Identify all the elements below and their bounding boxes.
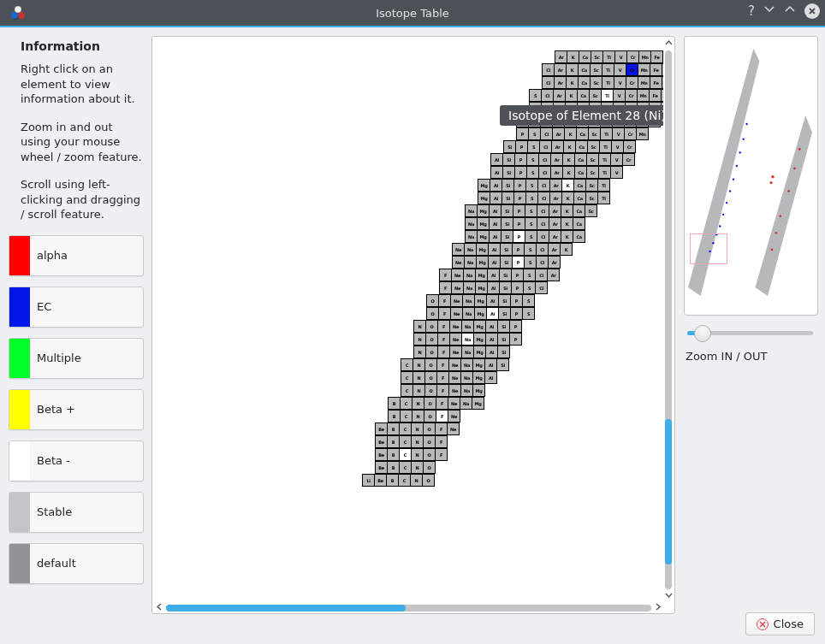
- isotope-cell-Ne[interactable]: Ne: [452, 256, 465, 269]
- isotope-cell-P[interactable]: P: [509, 333, 522, 346]
- isotope-cell-N[interactable]: N: [411, 435, 424, 448]
- isotope-cell-C[interactable]: C: [398, 474, 411, 487]
- isotope-cell-Cl[interactable]: Cl: [537, 179, 550, 192]
- isotope-cell-Cl[interactable]: Cl: [537, 217, 549, 230]
- isotope-cell-C[interactable]: C: [401, 384, 413, 397]
- isotope-cell-V[interactable]: V: [611, 140, 624, 153]
- isotope-cell-N[interactable]: N: [411, 461, 424, 474]
- isotope-cell-O[interactable]: O: [426, 294, 439, 307]
- isotope-cell-B[interactable]: B: [388, 397, 401, 410]
- isotope-cell-Mn[interactable]: Mn: [637, 89, 650, 102]
- isotope-cell-Ca[interactable]: Ca: [573, 230, 585, 243]
- isotope-cell-Cr[interactable]: Cr: [625, 89, 638, 102]
- isotope-cell-P[interactable]: P: [513, 217, 525, 230]
- isotope-cell-Mg[interactable]: Mg: [473, 333, 486, 346]
- isotope-cell-Ar[interactable]: Ar: [548, 256, 561, 269]
- isotope-cell-Sc[interactable]: Sc: [585, 204, 597, 217]
- isotope-cell-C[interactable]: C: [401, 371, 413, 384]
- isotope-cell-Ca[interactable]: Ca: [574, 153, 587, 166]
- isotope-cell-Ar[interactable]: Ar: [549, 192, 562, 204]
- isotope-cell-F[interactable]: F: [435, 422, 448, 435]
- isotope-cell-Ar[interactable]: Ar: [548, 243, 561, 256]
- isotope-cell-V[interactable]: V: [614, 76, 626, 89]
- isotope-cell-S[interactable]: S: [523, 269, 536, 281]
- isotope-cell-C[interactable]: C: [401, 358, 413, 371]
- isotope-cell-Na[interactable]: Na: [461, 333, 474, 346]
- isotope-cell-Ne[interactable]: Ne: [449, 346, 462, 358]
- isotope-cell-Al[interactable]: Al: [490, 166, 503, 179]
- zoom-slider[interactable]: [687, 324, 813, 341]
- isotope-cell-O[interactable]: O: [424, 384, 437, 397]
- isotope-cell-Ti[interactable]: Ti: [602, 76, 614, 89]
- isotope-cell-F[interactable]: F: [438, 307, 451, 320]
- isotope-cell-Ne[interactable]: Ne: [448, 410, 460, 422]
- isotope-cell-S[interactable]: S: [527, 140, 540, 153]
- isotope-cell-Si[interactable]: Si: [497, 333, 510, 346]
- isotope-cell-C[interactable]: C: [399, 448, 412, 461]
- isotope-cell-K[interactable]: K: [563, 140, 576, 153]
- isotope-cell-N[interactable]: N: [410, 474, 423, 487]
- isotope-cell-N[interactable]: N: [413, 320, 426, 333]
- isotope-cell-Al[interactable]: Al: [489, 204, 502, 217]
- isotope-cell-Mg[interactable]: Mg: [472, 384, 485, 397]
- isotope-cell-V[interactable]: V: [612, 127, 625, 140]
- isotope-cell-Ar[interactable]: Ar: [550, 153, 563, 166]
- isotope-cell-S[interactable]: S: [522, 294, 535, 307]
- legend-multiple[interactable]: Multiple: [9, 338, 144, 379]
- isotope-cell-Mg[interactable]: Mg: [477, 204, 490, 217]
- isotope-cell-Mn[interactable]: Mn: [638, 50, 651, 63]
- isotope-cell-N[interactable]: N: [412, 410, 424, 422]
- isotope-cell-Si[interactable]: Si: [500, 243, 513, 256]
- isotope-cell-O[interactable]: O: [423, 461, 436, 474]
- isotope-cell-Be[interactable]: Be: [375, 448, 388, 461]
- isotope-cell-Cl[interactable]: Cl: [537, 192, 550, 204]
- isotope-cell-P[interactable]: P: [513, 230, 525, 243]
- isotope-cell-Si[interactable]: Si: [502, 192, 514, 204]
- isotope-cell-Fe[interactable]: Fe: [650, 76, 662, 89]
- isotope-cell-Ne[interactable]: Ne: [450, 307, 463, 320]
- isotope-cell-S[interactable]: S: [523, 281, 536, 294]
- isotope-cell-Cr[interactable]: Cr: [626, 76, 638, 89]
- isotope-cell-Ti[interactable]: Ti: [597, 179, 610, 192]
- isotope-cell-F[interactable]: F: [438, 294, 451, 307]
- isotope-cell-O[interactable]: O: [424, 397, 436, 410]
- isotope-cell-Mg[interactable]: Mg: [472, 397, 484, 410]
- isotope-cell-Al[interactable]: Al: [490, 179, 502, 192]
- maximize-icon[interactable]: [784, 3, 796, 19]
- close-button[interactable]: Close: [745, 612, 815, 635]
- isotope-cell-Al[interactable]: Al: [490, 153, 503, 166]
- isotope-cell-Ti[interactable]: Ti: [602, 50, 615, 63]
- isotope-cell-N[interactable]: N: [412, 397, 424, 410]
- isotope-cell-Mn[interactable]: Mn: [638, 76, 650, 89]
- isotope-cell-N[interactable]: N: [412, 384, 425, 397]
- isotope-cell-F[interactable]: F: [436, 410, 448, 422]
- isotope-cell-O[interactable]: O: [424, 371, 437, 384]
- isotope-cell-K[interactable]: K: [560, 243, 573, 256]
- isotope-cell-Al[interactable]: Al: [486, 294, 499, 307]
- isotope-cell-K[interactable]: K: [564, 127, 577, 140]
- isotope-cell-Ar[interactable]: Ar: [554, 76, 567, 89]
- isotope-cell-Ne[interactable]: Ne: [447, 422, 460, 435]
- isotope-cell-Mg[interactable]: Mg: [474, 294, 487, 307]
- isotope-cell-Ne[interactable]: Ne: [451, 269, 464, 281]
- isotope-cell-Al[interactable]: Al: [485, 320, 498, 333]
- isotope-cell-V[interactable]: V: [610, 166, 623, 179]
- scroll-right-icon[interactable]: [653, 602, 663, 613]
- isotope-cell-Mg[interactable]: Mg: [477, 230, 490, 243]
- isotope-cell-Ti[interactable]: Ti: [599, 140, 612, 153]
- isotope-cell-B[interactable]: B: [386, 474, 399, 487]
- isotope-cell-Al[interactable]: Al: [486, 307, 499, 320]
- isotope-cell-O[interactable]: O: [425, 320, 438, 333]
- legend-beta-minus[interactable]: Beta -: [9, 440, 144, 482]
- isotope-cell-Al[interactable]: Al: [485, 333, 498, 346]
- isotope-cell-F[interactable]: F: [435, 448, 448, 461]
- isotope-cell-O[interactable]: O: [424, 358, 437, 371]
- isotope-cell-P[interactable]: P: [511, 269, 524, 281]
- isotope-cell-Ar[interactable]: Ar: [549, 217, 561, 230]
- isotope-cell-Al[interactable]: Al: [484, 371, 497, 384]
- legend-alpha[interactable]: alpha: [9, 235, 144, 276]
- isotope-cell-Si[interactable]: Si: [501, 230, 513, 243]
- isotope-cell-Na[interactable]: Na: [460, 397, 472, 410]
- isotope-cell-K[interactable]: K: [561, 192, 574, 204]
- isotope-cell-Li[interactable]: Li: [362, 474, 375, 487]
